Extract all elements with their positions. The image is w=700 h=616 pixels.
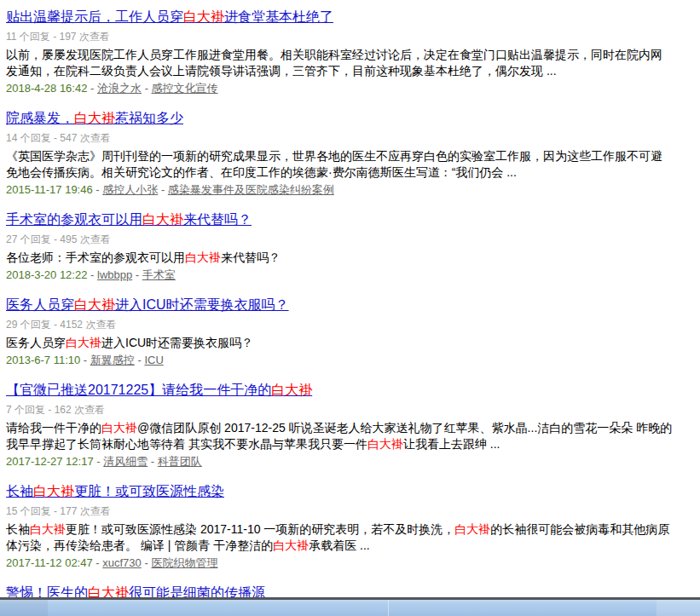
text-segment: 来代替吗？ — [183, 212, 252, 227]
text-segment: 长袖 — [6, 522, 30, 536]
highlighted-keyword: 白大褂 — [185, 250, 221, 264]
text-segment: 以前，屡屡发现医院工作人员穿工作服进食堂用餐。相关职能科室经过讨论后，决定在食堂… — [6, 48, 662, 78]
result-forum-link[interactable]: 手术室 — [142, 268, 176, 281]
result-date: 2017-11-12 02:47 — [6, 556, 93, 569]
taskbar[interactable] — [0, 597, 700, 616]
result-title-link[interactable]: 【官微已推送20171225】请给我一件干净的白大褂 — [6, 382, 312, 399]
result-author-link[interactable]: xucf730 — [102, 556, 142, 569]
result-forum-link[interactable]: 科普团队 — [158, 455, 202, 468]
footer-separator: - — [84, 354, 90, 366]
highlighted-keyword: 白大褂 — [74, 111, 115, 125]
result-forum-link[interactable]: ICU — [144, 354, 163, 366]
browser-page: 贴出温馨提示后，工作人员穿白大褂进食堂基本杜绝了 11 个回复 - 197 次查… — [0, 0, 700, 616]
footer-separator: - — [145, 82, 152, 95]
search-result-item: 长袖白大褂更脏！或可致医源性感染 15 个回复 - 177 次查看 长袖白大褂更… — [6, 483, 673, 571]
text-segment: 各位老师：手术室的参观衣可以用 — [6, 250, 185, 264]
text-segment: 更脏！或可致医源性感染 2017-11-10 一项新的研究表明，若不及时换洗， — [66, 522, 454, 536]
result-author-link[interactable]: 清风细雪 — [103, 455, 148, 468]
result-author-link[interactable]: 新翼感控 — [90, 354, 135, 366]
text-segment: 请给我一件干净的 — [6, 421, 101, 435]
text-segment: 手术室的参观衣可以用 — [6, 212, 142, 227]
result-meta: 14 个回复 - 547 次查看 — [6, 132, 673, 144]
result-footer: 2017-12-27 12:17 - 清风细雪 - 科普团队 — [6, 454, 673, 469]
text-segment: 《英国医学杂志》周刊刊登的一项新的研究成果显示，世界各地的医生不应再穿白色的实验… — [6, 149, 662, 179]
text-segment: 承载着医 ... — [309, 538, 370, 552]
search-result-item: 警惕！医生的白大褂很可能是细菌的传播源 — [6, 584, 673, 597]
highlighted-keyword: 白大褂 — [273, 538, 309, 552]
text-segment: 进入ICU时还需要换衣服吗？ — [101, 336, 253, 349]
result-meta: 7 个回复 - 162 次查看 — [6, 404, 673, 416]
result-meta: 11 个回复 - 197 次查看 — [6, 31, 673, 43]
taskbar-segment — [657, 600, 700, 616]
search-result-item: 院感暴发，白大褂惹祸知多少 14 个回复 - 547 次查看 《英国医学杂志》周… — [6, 110, 673, 198]
highlighted-keyword: 白大褂 — [30, 522, 66, 536]
result-date: 2015-11-17 19:46 — [6, 183, 93, 196]
text-segment: 院感暴发， — [6, 111, 74, 125]
search-result-item: 医务人员穿白大褂进入ICU时还需要换衣服吗？ 29 个回复 - 4152 次查看… — [6, 296, 673, 368]
footer-separator: - — [90, 82, 97, 95]
text-segment: 很可能是细菌的传播源 — [129, 585, 265, 597]
result-date: 2017-12-27 12:17 — [6, 455, 94, 468]
result-footer: 2018-4-28 16:42 - 沧浪之水 - 感控文化宣传 — [6, 81, 673, 96]
highlighted-keyword: 白大褂 — [74, 297, 115, 312]
result-meta: 15 个回复 - 177 次查看 — [6, 505, 673, 517]
result-title-link[interactable]: 长袖白大褂更脏！或可致医源性感染 — [6, 483, 224, 500]
result-forum-link[interactable]: 感控文化宣传 — [152, 82, 218, 95]
text-segment: 医务人员穿 — [6, 336, 66, 349]
taskbar-segment — [0, 600, 48, 616]
text-segment: 惹祸知多少 — [115, 111, 183, 125]
highlighted-keyword: 白大褂 — [101, 421, 137, 435]
result-title-link[interactable]: 贴出温馨提示后，工作人员穿白大褂进食堂基本杜绝了 — [6, 9, 333, 26]
highlighted-keyword: 白大褂 — [367, 437, 403, 451]
footer-separator: - — [151, 455, 158, 468]
taskbar-segment-divider — [388, 600, 389, 616]
search-result-item: 【官微已推送20171225】请给我一件干净的白大褂 7 个回复 - 162 次… — [6, 382, 673, 469]
highlighted-keyword: 白大褂 — [454, 522, 490, 536]
highlighted-keyword: 白大褂 — [271, 383, 312, 397]
result-snippet: 医务人员穿白大褂进入ICU时还需要换衣服吗？ — [6, 335, 673, 351]
result-forum-link[interactable]: 医院织物管理 — [151, 556, 217, 569]
result-footer: 2013-6-7 11:10 - 新翼感控 - ICU — [6, 353, 673, 368]
result-forum-link[interactable]: 感染暴发事件及医院感染纠纷案例 — [168, 183, 334, 196]
search-results-list: 贴出温馨提示后，工作人员穿白大褂进食堂基本杜绝了 11 个回复 - 197 次查… — [0, 0, 700, 597]
text-segment: 进入ICU时还需要换衣服吗？ — [115, 297, 289, 312]
result-meta: 27 个回复 - 495 次查看 — [6, 233, 673, 245]
footer-separator: - — [136, 268, 142, 281]
result-footer: 2018-3-20 12:22 - lwbbpp - 手术室 — [6, 268, 673, 283]
text-segment: 贴出温馨提示后，工作人员穿 — [6, 9, 183, 24]
result-meta: 29 个回复 - 4152 次查看 — [6, 319, 673, 331]
result-title-link[interactable]: 院感暴发，白大褂惹祸知多少 — [6, 110, 183, 127]
text-segment: 进食堂基本杜绝了 — [224, 9, 333, 24]
highlighted-keyword: 白大褂 — [66, 336, 101, 349]
text-segment: 长袖 — [6, 484, 33, 498]
result-title-link[interactable]: 手术室的参观衣可以用白大褂来代替吗？ — [6, 211, 252, 228]
result-title-link[interactable]: 医务人员穿白大褂进入ICU时还需要换衣服吗？ — [6, 296, 289, 314]
text-segment: 更脏！或可致医源性感染 — [74, 484, 224, 498]
text-segment: 来代替吗？ — [221, 250, 281, 264]
result-date: 2013-6-7 11:10 — [6, 354, 80, 366]
result-author-link[interactable]: 感控人小张 — [102, 183, 158, 196]
result-snippet: 各位老师：手术室的参观衣可以用白大褂来代替吗？ — [6, 250, 673, 266]
text-segment: 【官微已推送20171225】请给我一件干净的 — [6, 383, 271, 397]
result-author-link[interactable]: lwbbpp — [97, 268, 132, 281]
highlighted-keyword: 白大褂 — [88, 585, 129, 597]
text-segment: 警惕！医生的 — [6, 585, 88, 597]
result-snippet: 长袖白大褂更脏！或可致医源性感染 2017-11-10 一项新的研究表明，若不及… — [6, 521, 673, 554]
result-snippet: 请给我一件干净的白大褂@微信团队原创 2017-12-25 听说圣诞老人给大家送… — [6, 420, 673, 452]
result-date: 2018-3-20 12:22 — [6, 268, 87, 281]
text-segment: 医务人员穿 — [6, 297, 74, 312]
result-footer: 2017-11-12 02:47 - xucf730 - 医院织物管理 — [6, 556, 673, 571]
result-footer: 2015-11-17 19:46 - 感控人小张 - 感染暴发事件及医院感染纠纷… — [6, 182, 673, 198]
highlighted-keyword: 白大褂 — [33, 484, 74, 498]
result-author-link[interactable]: 沧浪之水 — [97, 82, 142, 95]
result-snippet: 以前，屡屡发现医院工作人员穿工作服进食堂用餐。相关职能科室经过讨论后，决定在食堂… — [6, 47, 673, 79]
result-date: 2018-4-28 16:42 — [6, 82, 87, 95]
text-segment: 让我看上去跟绅 ... — [403, 437, 500, 451]
highlighted-keyword: 白大褂 — [142, 212, 183, 227]
footer-separator: - — [90, 268, 97, 281]
highlighted-keyword: 白大褂 — [183, 9, 224, 24]
search-result-item: 手术室的参观衣可以用白大褂来代替吗？ 27 个回复 - 495 次查看 各位老师… — [6, 211, 673, 283]
result-title-link[interactable]: 警惕！医生的白大褂很可能是细菌的传播源 — [6, 584, 265, 597]
footer-separator: - — [161, 183, 168, 196]
result-snippet: 《英国医学杂志》周刊刊登的一项新的研究成果显示，世界各地的医生不应再穿白色的实验… — [6, 148, 673, 181]
